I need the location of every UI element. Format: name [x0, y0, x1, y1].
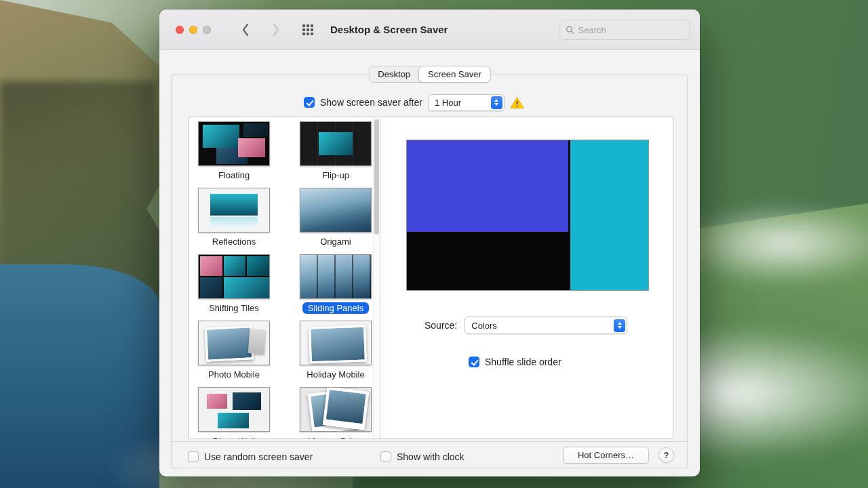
saver-item-shifting-tiles[interactable]: Shifting Tiles	[198, 254, 270, 321]
saver-label: Photo Mobile	[203, 369, 265, 380]
window-title: Desktop & Screen Saver	[330, 9, 448, 50]
saver-thumbnail	[198, 254, 270, 299]
duration-select[interactable]: 1 Hour	[428, 94, 505, 111]
stepper-icon	[491, 96, 502, 109]
saver-label: Flip-up	[317, 169, 355, 181]
list-scrollbar[interactable]	[373, 117, 380, 439]
tab-screen-saver[interactable]: Screen Saver	[418, 66, 491, 83]
tab-bar: Desktop Screen Saver	[368, 66, 490, 83]
saver-label: Origami	[315, 236, 357, 247]
search-icon	[566, 25, 574, 35]
help-button[interactable]: ?	[658, 447, 674, 463]
saver-label: Holiday Mobile	[301, 369, 370, 380]
window-controls	[176, 26, 211, 34]
saver-label: Vintage Prints	[303, 435, 369, 439]
close-button[interactable]	[176, 26, 184, 34]
use-random-label: Use random screen saver	[204, 451, 313, 462]
show-clock-row: Show with clock	[380, 451, 465, 462]
scrollbar-thumb[interactable]	[374, 119, 379, 235]
search-input[interactable]	[578, 25, 684, 35]
saver-item-floating[interactable]: Floating	[198, 121, 270, 188]
saver-label: Floating	[213, 169, 255, 181]
preview-cyan-panel	[570, 140, 648, 290]
show-after-row: Show screen saver after 1 Hour	[304, 94, 524, 111]
warning-icon	[510, 96, 524, 109]
saver-item-holiday-mobile[interactable]: Holiday Mobile	[300, 321, 372, 387]
saver-thumbnail	[198, 188, 270, 232]
wallpaper-cloud	[671, 203, 868, 285]
saver-label: Shifting Tiles	[203, 302, 264, 314]
source-value: Colors	[471, 321, 497, 331]
shuffle-row: Shuffle slide order	[469, 357, 561, 367]
hot-corners-button[interactable]: Hot Corners…	[563, 447, 649, 464]
search-field[interactable]	[559, 20, 690, 40]
saver-item-reflections[interactable]: Reflections	[198, 188, 270, 254]
preview-pane: Source: Colors Shuffle slide order	[380, 117, 673, 439]
chevron-left-icon	[241, 23, 250, 37]
forward-button[interactable]	[267, 22, 285, 38]
saver-thumbnail	[300, 321, 372, 365]
saver-thumbnail	[300, 188, 372, 232]
titlebar[interactable]: Desktop & Screen Saver	[159, 9, 700, 50]
use-random-row: Use random screen saver	[188, 451, 313, 462]
screensaver-grid: Floating Flip-up Reflections Origami Shi…	[189, 117, 372, 439]
footer-divider	[171, 441, 688, 442]
show-clock-checkbox[interactable]	[380, 451, 391, 462]
saver-thumbnail	[198, 121, 270, 166]
saver-thumbnail	[300, 387, 372, 432]
saver-label: Reflections	[207, 236, 261, 247]
use-random-checkbox[interactable]	[188, 451, 199, 462]
saver-item-sliding-panels[interactable]: Sliding Panels	[300, 254, 372, 321]
tab-desktop[interactable]: Desktop	[369, 66, 419, 82]
chevron-right-icon	[272, 23, 280, 37]
saver-item-photo-wall[interactable]: Photo Wall	[198, 387, 270, 439]
source-row: Source: Colors	[425, 317, 627, 334]
show-clock-label: Show with clock	[397, 451, 465, 462]
back-button[interactable]	[237, 22, 254, 38]
zoom-button[interactable]	[203, 26, 211, 34]
show-after-label: Show screen saver after	[320, 97, 422, 108]
minimize-button[interactable]	[189, 26, 197, 34]
shuffle-checkbox[interactable]	[469, 357, 479, 367]
duration-value: 1 Hour	[435, 98, 461, 108]
saver-thumbnail	[300, 254, 372, 299]
screensaver-preview	[406, 140, 649, 291]
screensaver-list: Floating Flip-up Reflections Origami Shi…	[189, 117, 380, 439]
saver-label: Sliding Panels	[302, 302, 369, 314]
show-screensaver-checkbox[interactable]	[304, 97, 315, 108]
source-select[interactable]: Colors	[465, 317, 627, 334]
show-all-button[interactable]	[302, 24, 315, 37]
source-label: Source:	[425, 320, 457, 331]
saver-label: Photo Wall	[208, 435, 260, 439]
saver-thumbnail	[198, 387, 270, 432]
saver-item-origami[interactable]: Origami	[300, 188, 372, 254]
grid-icon	[302, 24, 305, 27]
saver-thumbnail	[300, 121, 372, 166]
saver-item-photo-mobile[interactable]: Photo Mobile	[198, 321, 270, 387]
preview-blue-panel	[407, 140, 568, 232]
main-panel: Floating Flip-up Reflections Origami Shi…	[189, 117, 673, 439]
shuffle-label: Shuffle slide order	[485, 357, 561, 367]
saver-thumbnail	[198, 321, 270, 365]
stepper-icon	[614, 319, 625, 332]
saver-item-vintage-prints[interactable]: Vintage Prints	[300, 387, 372, 439]
desktop-screensaver-window: Desktop & Screen Saver Desktop Screen Sa…	[159, 9, 700, 476]
saver-item-flip-up[interactable]: Flip-up	[300, 121, 372, 188]
